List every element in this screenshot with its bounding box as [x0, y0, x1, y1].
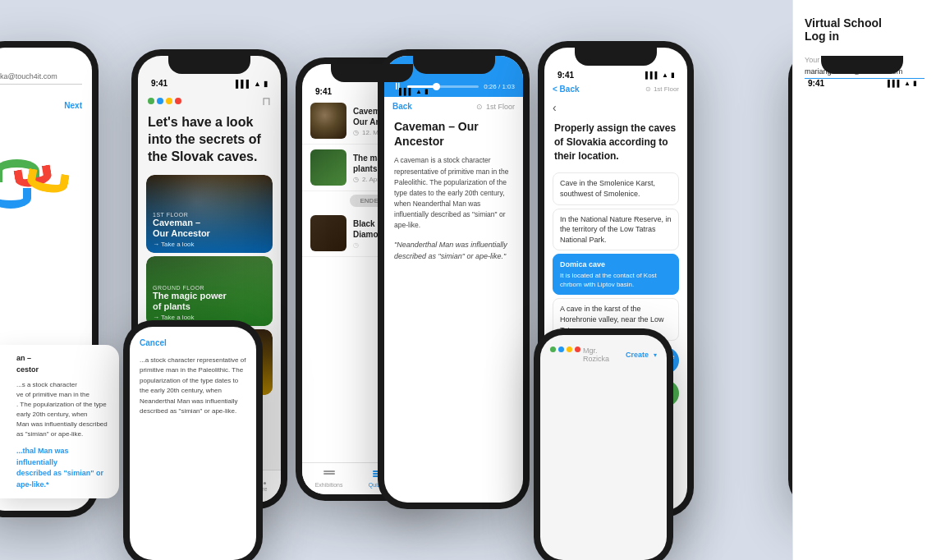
battery-icon: ▮: [264, 80, 268, 88]
wifi-6: ▲: [904, 80, 911, 87]
battery-3: ▮: [424, 88, 428, 95]
login-title: Virtual SchoolLog in: [805, 16, 925, 43]
card-overlay-1: 1st Floor Caveman –Our Ancestor → Take a…: [146, 175, 273, 253]
phone-cancel: Cancel ...a stock character representati…: [123, 320, 263, 560]
status-icons-3: ▌▌▌ ▲ ▮: [399, 88, 428, 95]
phone-create: Mgr. Rozicka Create ▾: [534, 328, 673, 560]
signal-icon: ▌▌▌: [236, 80, 251, 88]
exhibition-card-2[interactable]: Ground Floor The magic powerof plants → …: [146, 256, 273, 326]
wifi-icon: ▲: [254, 80, 261, 88]
article-nav: Back ⊙ 1st Floor: [384, 97, 523, 116]
phone-article: ⏸ 0:26 / 1:03 Back ⊙ 1st Floor Caveman –…: [378, 49, 530, 509]
logo-dot-yellow: [166, 98, 172, 104]
shape-blue: [0, 188, 31, 209]
time-6: 9:41: [808, 79, 824, 88]
logo-row-8: Mgr. Rozicka Create ▾: [550, 347, 657, 363]
phone-partial-left: an –cestor ...s a stock characterve of p…: [0, 345, 119, 498]
location-icon: ⊙: [476, 103, 483, 111]
logo-dot-green: [148, 98, 154, 104]
floor-label-5: ⊙ 1st Floor: [645, 85, 679, 93]
answer-option-3[interactable]: Domica cave It is located at the contact…: [553, 254, 679, 295]
back-chevron[interactable]: ‹: [544, 97, 687, 118]
article-quote: "Neanderthal Man was influentially descr…: [394, 240, 513, 263]
clock-icon-2: ◷: [353, 176, 359, 183]
notch-3: [331, 64, 413, 82]
back-button-4[interactable]: Back: [392, 102, 412, 111]
partial-text-bold: an –cestor: [16, 353, 111, 375]
header-actions-8: Mgr. Rozicka Create ▾: [583, 347, 657, 363]
back-button-5[interactable]: < Back: [553, 85, 580, 94]
cancel-button[interactable]: Cancel: [140, 338, 246, 347]
wifi-5: ▲: [662, 71, 668, 79]
time-5: 9:41: [557, 71, 574, 80]
card-link-1[interactable]: → Take a look: [153, 241, 266, 248]
notch: [168, 56, 250, 74]
tab3-ex-label: Exhibitions: [315, 482, 343, 488]
signal-6: ▌▌▌: [888, 80, 902, 87]
shape-yellow: [25, 168, 70, 195]
notch-6: [821, 56, 903, 74]
bookmark-icon[interactable]: ⊓: [262, 94, 271, 108]
question-text: Properly assign the caves of Slovakia ac…: [544, 118, 687, 169]
floor-indicator: ⊙ 1st Floor: [476, 103, 515, 111]
notch-4: [413, 56, 495, 74]
article-content: Caveman – Our Ancestor A caveman is a st…: [384, 116, 523, 265]
status-icons-6: ▌▌▌ ▲ ▮: [888, 80, 916, 87]
clock-icon-1: ◷: [353, 129, 359, 136]
quiz-thumb-1: [310, 103, 346, 139]
player-time: 0:26 / 1:03: [484, 83, 515, 90]
next-button[interactable]: Next: [0, 101, 82, 110]
time-3: 9:41: [315, 87, 332, 96]
exhibition-card-1[interactable]: 1st Floor Caveman –Our Ancestor → Take a…: [146, 175, 273, 253]
cancel-screen: Cancel ...a stock character representati…: [130, 327, 256, 423]
create-screen: Mgr. Rozicka Create ▾: [540, 335, 667, 378]
battery-5: ▮: [671, 71, 674, 79]
floor-text-5: 1st Floor: [654, 85, 679, 93]
card-title-1: Caveman –Our Ancestor: [153, 218, 266, 239]
email-display: onka@touch4it.com: [0, 72, 82, 85]
chevron-left-icon: ‹: [553, 101, 557, 114]
tab3-exhibitions[interactable]: Exhibitions: [315, 470, 343, 488]
answer-option-1[interactable]: Cave in the Smolenice Karst, southwest o…: [553, 172, 679, 204]
signal-5: ▌▌▌: [645, 71, 659, 79]
logo-8-blue: [558, 347, 564, 352]
logo-8-red: [575, 347, 580, 352]
wuwu-logo: [148, 98, 181, 104]
floor-label: 1st Floor: [486, 103, 515, 111]
tab3-ex-icon: [323, 470, 336, 480]
article-content-7: ...a stock character representative of p…: [140, 356, 246, 416]
create-button-8[interactable]: Create: [626, 351, 649, 359]
wifi-3: ▲: [415, 88, 422, 95]
battery-6: ▮: [913, 80, 916, 87]
answer-cave-name: Domica cave: [560, 259, 672, 270]
chevron-down-8[interactable]: ▾: [654, 351, 657, 359]
card-overlay-2: Ground Floor The magic powerof plants → …: [146, 256, 273, 326]
username-8: Mgr. Rozicka: [583, 347, 621, 363]
answer-option-2[interactable]: In the National Nature Reserve, in the t…: [553, 209, 679, 251]
logo-8-green: [550, 347, 556, 352]
article-description: A caveman is a stock character represent…: [394, 155, 513, 231]
card-floor-2: Ground Floor: [153, 285, 266, 291]
article-title: Caveman – Our Ancestor: [394, 119, 513, 149]
location-icon-5: ⊙: [645, 85, 651, 93]
partial-text-blue: ...thal Man was influentiallydescribed a…: [16, 446, 111, 490]
quiz-thumb-2: [310, 149, 346, 186]
answer-cave-desc: It is located at the contact of Kost chr…: [560, 271, 672, 289]
main-headline: Let's have a look into the secrets of th…: [138, 111, 281, 172]
card-floor-1: 1st Floor: [153, 212, 266, 218]
quiz-nav: < Back ⊙ 1st Floor: [544, 81, 687, 97]
partial-text: ...s a stock characterve of primitive ma…: [16, 380, 111, 439]
notch-5: [575, 48, 657, 66]
status-icons-2: ▌▌▌ ▲ ▮: [236, 80, 268, 88]
logo-row: ⊓: [138, 90, 281, 111]
status-icons-5: ▌▌▌ ▲ ▮: [645, 71, 674, 79]
signal-3: ▌▌▌: [399, 88, 413, 95]
quiz-thumb-3: [310, 215, 346, 251]
card-title-2: The magic powerof plants: [153, 291, 266, 312]
logo-shapes: [0, 143, 92, 307]
time-2: 9:41: [151, 79, 167, 88]
clock-icon-3: ◷: [353, 241, 359, 249]
logo-dot-red: [175, 98, 181, 104]
logo-8-yellow: [567, 347, 572, 352]
logo-dot-blue: [157, 98, 163, 104]
